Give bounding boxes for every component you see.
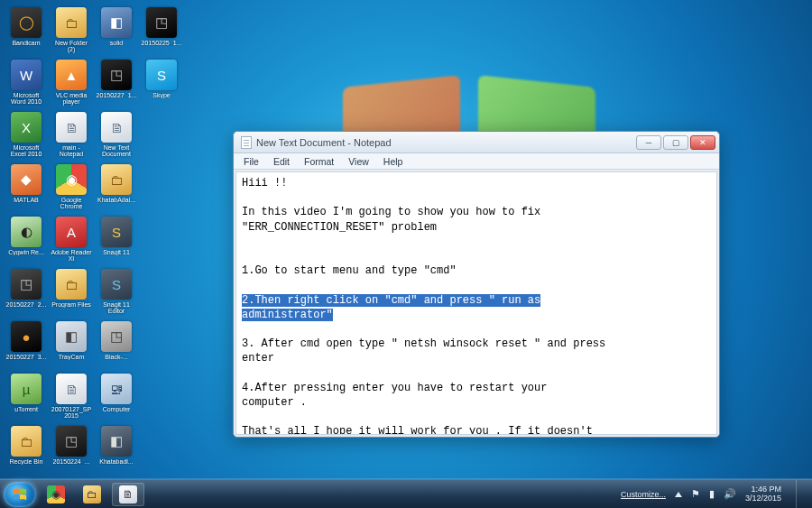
desktop-icon-image: S bbox=[146, 60, 177, 90]
desktop-icon-label: uTorrent bbox=[14, 406, 38, 412]
desktop-icon[interactable]: ◧Khatabadl... bbox=[96, 424, 137, 475]
close-button[interactable]: ✕ bbox=[690, 135, 715, 150]
desktop-icon[interactable]: ◧solid bbox=[96, 5, 137, 56]
maximize-button[interactable]: ▢ bbox=[663, 135, 688, 150]
desktop-icon[interactable]: ◆MATLAB bbox=[5, 162, 47, 213]
desktop-icon-label: New Text Document bbox=[96, 144, 137, 158]
notepad-app-icon: 🗎 bbox=[119, 485, 137, 503]
notepad-menubar: FileEditFormatViewHelp bbox=[234, 153, 719, 170]
desktop-icon[interactable]: ▲VLC media player bbox=[51, 58, 92, 108]
desktop-icon-label: Google Chrome bbox=[51, 197, 92, 210]
tray-overflow-icon[interactable] bbox=[675, 492, 682, 497]
action-center-icon[interactable]: ⚑ bbox=[691, 488, 700, 500]
desktop-icon-label: Program Files bbox=[51, 301, 91, 308]
desktop-icon[interactable]: WMicrosoft Word 2010 bbox=[5, 58, 47, 108]
desktop-icon[interactable]: 🗀Recycle Bin bbox=[5, 424, 47, 475]
system-tray: Customize... ⚑ ▮ 🔊 1:46 PM 3/12/2015 bbox=[621, 480, 808, 509]
desktop-icon[interactable]: 🗎main - Notepad bbox=[51, 110, 92, 161]
menu-edit[interactable]: Edit bbox=[267, 155, 296, 168]
desktop-icon[interactable]: 🖳Computer bbox=[96, 372, 137, 422]
desktop-icon[interactable]: 🗀Program Files bbox=[51, 267, 92, 318]
volume-icon[interactable]: 🔊 bbox=[724, 488, 736, 500]
notepad-text-area[interactable]: Hiii !! In this video I'm going to show … bbox=[235, 171, 717, 435]
desktop-icon-label: New Folder (2) bbox=[51, 40, 92, 53]
desktop-icon[interactable]: ◳20150224_... bbox=[51, 424, 92, 475]
clock-date: 3/12/2015 bbox=[745, 494, 781, 503]
desktop-icon[interactable]: 🗀KhatabAdal... bbox=[96, 162, 137, 213]
desktop-icon-label: Khatabadl... bbox=[99, 458, 133, 465]
desktop-icon-label: 20150225_1... bbox=[142, 40, 182, 46]
desktop-icon[interactable]: ◧TrayCam bbox=[51, 319, 92, 370]
show-desktop-button[interactable] bbox=[796, 480, 805, 509]
menu-file[interactable]: File bbox=[237, 155, 265, 168]
notepad-window: New Text Document - Notepad ─ ▢ ✕ FileEd… bbox=[233, 131, 720, 438]
desktop-icon-label: solid bbox=[110, 40, 123, 46]
editor-text-pre: Hiii !! In this video I'm going to show … bbox=[242, 177, 540, 277]
start-button[interactable] bbox=[4, 482, 36, 507]
desktop-icon[interactable]: ◐Cygwin Re... bbox=[5, 215, 47, 265]
desktop-icon[interactable]: ◳20150225_1... bbox=[141, 5, 182, 56]
desktop-icon[interactable]: 🗎New Text Document bbox=[96, 110, 137, 161]
desktop-icon[interactable]: 🗎20070127_SP2015 bbox=[51, 372, 92, 422]
desktop-icon-label: main - Notepad bbox=[51, 144, 92, 158]
desktop-icon-image: 🗀 bbox=[11, 426, 42, 457]
menu-view[interactable]: View bbox=[342, 155, 375, 168]
desktop-icon-image: ◐ bbox=[11, 217, 42, 247]
desktop-icon-label: 20150227_3... bbox=[6, 354, 47, 360]
desktop-icon[interactable]: ◯Bandicam bbox=[5, 5, 47, 56]
windows-logo-icon bbox=[12, 486, 28, 503]
desktop-icon[interactable]: µuTorrent bbox=[5, 372, 47, 422]
desktop-icon[interactable]: ◳Black-... bbox=[96, 319, 137, 370]
desktop-icon[interactable]: SSkype bbox=[141, 58, 182, 108]
desktop-icon-label: 20150224_... bbox=[53, 458, 90, 465]
desktop-icon[interactable]: SSnagit 11 bbox=[96, 215, 137, 265]
desktop-icon-label: Recycle Bin bbox=[10, 458, 43, 465]
desktop-icon-image: ◳ bbox=[56, 426, 87, 457]
desktop-icon-image: ◧ bbox=[56, 321, 87, 352]
desktop-icon-label: Microsoft Word 2010 bbox=[5, 92, 47, 106]
desktop-icon[interactable]: 🗀New Folder (2) bbox=[51, 5, 92, 56]
desktop-icon-image: 🗀 bbox=[56, 269, 87, 300]
desktop-icon[interactable]: ◳20150227_2... bbox=[5, 267, 47, 318]
desktop-icon-image: 🗎 bbox=[101, 112, 132, 143]
desktop-icon-image: S bbox=[101, 269, 132, 300]
desktop-icon-image: 🗀 bbox=[101, 164, 132, 195]
taskbar-button[interactable]: ◉ bbox=[40, 483, 72, 506]
desktop-icon[interactable]: XMicrosoft Excel 2010 bbox=[5, 110, 47, 161]
desktop-icon-label: VLC media player bbox=[51, 92, 92, 106]
menu-format[interactable]: Format bbox=[298, 155, 340, 168]
desktop-icon[interactable]: ◉Google Chrome bbox=[51, 162, 92, 213]
desktop-icon-image: ◆ bbox=[11, 164, 42, 195]
desktop-icon-label: 20150227_1... bbox=[97, 92, 137, 98]
desktop-icon-image: ◳ bbox=[146, 7, 177, 38]
taskbar-button[interactable]: 🗀 bbox=[76, 483, 108, 506]
desktop-icon-image: µ bbox=[11, 374, 42, 404]
desktop-icon-image: 🗎 bbox=[56, 112, 87, 143]
taskbar-button[interactable]: 🗎 bbox=[112, 483, 144, 506]
desktop-icon[interactable]: AAdobe Reader XI bbox=[51, 215, 92, 265]
desktop-icon[interactable]: ●20150227_3... bbox=[5, 319, 47, 370]
minimize-button[interactable]: ─ bbox=[636, 135, 661, 150]
menu-help[interactable]: Help bbox=[377, 155, 410, 168]
network-icon[interactable]: ▮ bbox=[709, 488, 715, 500]
editor-text-selected: 2.Then right click on "cmd" and press " … bbox=[242, 294, 540, 321]
desktop-icon-label: Adobe Reader XI bbox=[51, 249, 92, 263]
tray-customize-link[interactable]: Customize... bbox=[621, 490, 666, 499]
desktop-icon-label: 20150227_2... bbox=[6, 301, 47, 308]
desktop-icon-image: ◳ bbox=[11, 269, 42, 300]
notepad-icon bbox=[241, 136, 252, 149]
desktop-icon-label: Snagit 11 Editor bbox=[96, 301, 137, 315]
desktop-icon[interactable]: ◳20150227_1... bbox=[96, 58, 137, 108]
notepad-titlebar[interactable]: New Text Document - Notepad ─ ▢ ✕ bbox=[234, 132, 719, 153]
desktop-icon-image: ● bbox=[11, 321, 42, 352]
desktop-icon-image: 🗀 bbox=[56, 7, 87, 38]
desktop-icon-image: W bbox=[11, 60, 42, 90]
desktop-icon-image: ◧ bbox=[101, 7, 132, 38]
desktop-icon[interactable]: SSnagit 11 Editor bbox=[96, 267, 137, 318]
desktop-icon-image: ◉ bbox=[56, 164, 87, 195]
desktop-icon-label: Black-... bbox=[105, 354, 127, 360]
desktop-icon-label: KhatabAdal... bbox=[97, 197, 135, 203]
desktop-icon-image: ◯ bbox=[11, 7, 42, 38]
taskbar-clock[interactable]: 1:46 PM 3/12/2015 bbox=[745, 485, 781, 503]
desktop-icon-label: Skype bbox=[152, 92, 170, 98]
